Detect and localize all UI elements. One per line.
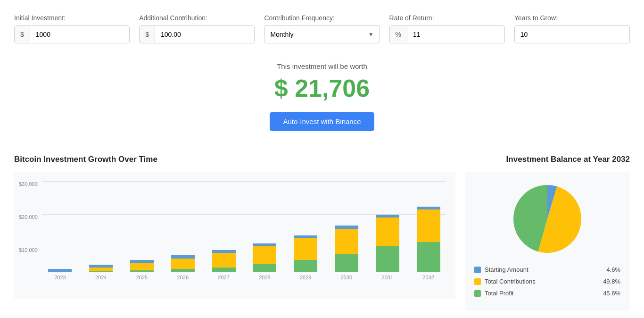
bar-segment-profit [376, 246, 399, 272]
bar-segment-contributions [253, 246, 276, 264]
bar-group: 2032 [411, 207, 446, 280]
initial-investment-field: $ [14, 25, 130, 43]
bar-group: 2025 [124, 260, 160, 280]
rate-of-return-group: Rate of Return: % [389, 14, 505, 43]
legend-label: Starting Amount [485, 266, 603, 273]
rate-of-return-prefix: % [390, 26, 407, 43]
bar-group: 2027 [206, 250, 241, 280]
contribution-frequency-select[interactable]: Daily Weekly Monthly Quarterly Annually [264, 26, 379, 43]
bar-segment-profit [417, 242, 440, 272]
bar-group: 2023 [42, 269, 78, 280]
auto-invest-button[interactable]: Auto-Invest with Binance [270, 112, 374, 131]
bar-x-label: 2028 [259, 275, 270, 280]
legend-color-box [474, 290, 481, 297]
charts-section: Bitcoin Investment Growth Over Time $30,… [0, 145, 644, 318]
bar-segment-contributions [335, 229, 358, 254]
bar-segment-profit [89, 271, 113, 272]
legend-item: Starting Amount4.6% [474, 266, 620, 273]
bar-segment-contributions [294, 238, 317, 260]
bar-x-label: 2023 [54, 275, 66, 280]
additional-contribution-label: Additional Contribution: [139, 14, 255, 22]
bar-segment-profit [212, 268, 236, 272]
y-label-10k: $10,000 [19, 247, 38, 253]
bar-segment-contributions [89, 268, 113, 271]
bar-x-label: 2032 [422, 275, 434, 280]
bar-segment-profit [335, 254, 358, 272]
initial-investment-input[interactable] [30, 26, 129, 43]
additional-contribution-input[interactable] [155, 26, 254, 43]
bar-segment-profit [253, 264, 276, 272]
contribution-frequency-label: Contribution Frequency: [264, 14, 380, 22]
bar-segment-contributions [212, 253, 236, 267]
contribution-frequency-group: Contribution Frequency: Daily Weekly Mon… [264, 14, 380, 43]
bar-segment-contributions [171, 259, 195, 269]
bar-x-label: 2030 [341, 275, 352, 280]
legend: Starting Amount4.6%Total Contributions49… [474, 266, 620, 301]
initial-investment-group: Initial Investment: $ [14, 14, 130, 43]
bar-group: 2026 [165, 255, 200, 280]
rate-of-return-field: % [389, 25, 505, 43]
bar-segment-starting [48, 269, 72, 272]
bar-segment-contributions [376, 218, 399, 246]
additional-contribution-prefix: $ [140, 26, 155, 43]
result-value: $ 21,706 [14, 74, 630, 102]
bar-chart-container: Bitcoin Investment Growth Over Time $30,… [14, 155, 455, 299]
bar-x-label: 2026 [177, 275, 189, 280]
legend-pct: 49.8% [603, 278, 620, 285]
bar-x-label: 2031 [382, 275, 393, 280]
bar-segment-contributions [130, 263, 154, 270]
additional-contribution-group: Additional Contribution: $ [139, 14, 255, 43]
years-to-grow-input[interactable] [514, 25, 630, 43]
y-label-20k: $20,000 [19, 214, 38, 220]
legend-pct: 4.6% [606, 266, 620, 273]
bar-x-label: 2025 [136, 275, 148, 280]
rate-of-return-input[interactable] [407, 26, 504, 43]
pie-chart-title: Investment Balance at Year 2032 [465, 155, 630, 164]
y-axis-labels: $30,000 $20,000 $10,000 [19, 181, 38, 280]
bar-segment-contributions [417, 209, 440, 242]
initial-investment-prefix: $ [15, 26, 30, 43]
bar-chart-area: $30,000 $20,000 $10,000 2023202420252026… [14, 172, 455, 299]
pie-chart-container: Investment Balance at Year 2032 Starting… [465, 155, 630, 311]
bar-segment-profit [294, 260, 317, 272]
legend-color-box [474, 267, 481, 273]
bar-x-label: 2027 [218, 275, 229, 280]
legend-label: Total Profit [485, 290, 599, 297]
legend-pct: 45.6% [603, 290, 620, 297]
bar-group: 2029 [288, 235, 323, 280]
pie-section: Starting Amount4.6%Total Contributions49… [465, 172, 630, 311]
bar-group: 2031 [370, 215, 405, 280]
rate-of-return-label: Rate of Return: [389, 14, 505, 22]
bar-chart-title: Bitcoin Investment Growth Over Time [14, 155, 455, 164]
legend-item: Total Contributions49.8% [474, 278, 620, 285]
legend-color-box [474, 278, 481, 285]
result-section: This investment will be worth $ 21,706 A… [0, 53, 644, 145]
contribution-frequency-select-wrapper: Daily Weekly Monthly Quarterly Annually … [264, 25, 380, 43]
legend-label: Total Contributions [485, 278, 599, 285]
additional-contribution-field: $ [139, 25, 255, 43]
bar-group: 2028 [247, 243, 282, 280]
initial-investment-label: Initial Investment: [14, 14, 130, 22]
years-to-grow-label: Years to Grow: [514, 14, 630, 22]
result-subtitle: This investment will be worth [14, 62, 630, 70]
bar-x-label: 2029 [300, 275, 311, 280]
bars-area: 2023202420252026202720282029203020312032 [42, 181, 446, 280]
bar-x-label: 2024 [95, 275, 107, 280]
bar-segment-profit [130, 270, 154, 272]
bar-group: 2024 [83, 265, 119, 280]
inputs-row: Initial Investment: $ Additional Contrib… [0, 0, 644, 53]
y-label-30k: $30,000 [19, 181, 38, 187]
pie-chart-svg [510, 181, 585, 257]
legend-item: Total Profit45.6% [474, 290, 620, 297]
bar-group: 2030 [329, 226, 364, 280]
bar-segment-profit [171, 269, 195, 272]
years-to-grow-group: Years to Grow: [514, 14, 630, 43]
